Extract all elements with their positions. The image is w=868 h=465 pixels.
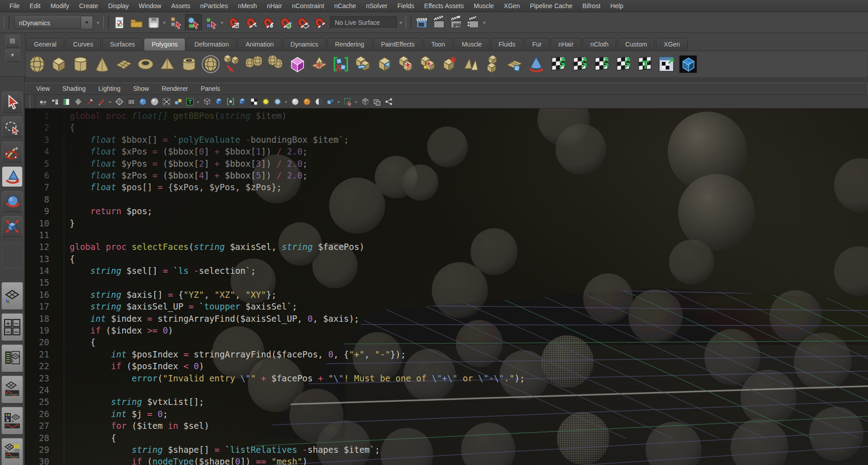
texture-view-icon[interactable] <box>225 96 236 107</box>
render-current-frame-icon[interactable] <box>431 14 447 31</box>
select-component-icon[interactable] <box>203 14 219 31</box>
poly-torus-icon[interactable] <box>135 52 156 76</box>
shelf-tab-animation[interactable]: Animation <box>238 38 281 51</box>
shelf-tab-surfaces[interactable]: Surfaces <box>102 38 142 51</box>
snap-point-icon[interactable] <box>260 14 276 31</box>
extrude-icon[interactable] <box>373 52 395 76</box>
status-grip[interactable] <box>4 16 9 29</box>
menu-help[interactable]: Help <box>605 0 628 12</box>
menu-display[interactable]: Display <box>103 0 134 12</box>
shelf-tab-polygons[interactable]: Polygons <box>144 38 185 51</box>
poly-cube-icon[interactable] <box>48 52 70 76</box>
scale-tool-icon[interactable] <box>2 216 23 237</box>
toolbar-section-collapser-icon[interactable]: ▸ <box>338 99 340 104</box>
save-scene-icon[interactable] <box>146 14 162 31</box>
poly-pyramid-icon[interactable] <box>156 52 178 76</box>
toolbar-section-collapser-icon[interactable]: ▸ <box>285 99 288 104</box>
lasso-tool-icon[interactable] <box>2 117 23 137</box>
menu-fields[interactable]: Fields <box>392 0 419 12</box>
menuset-arrow-icon[interactable]: ▼ <box>81 16 93 29</box>
shaded-display-icon[interactable] <box>213 96 224 107</box>
camera-settings-icon[interactable] <box>49 96 60 107</box>
snap-curve-icon[interactable] <box>243 14 259 31</box>
menu-ncache[interactable]: nCache <box>329 0 361 12</box>
wireframe-on-shaded-icon[interactable] <box>173 96 184 107</box>
hypershade-persp-layout[interactable] <box>1 407 23 435</box>
object-details-icon[interactable] <box>360 96 371 107</box>
automatic-mapping-icon[interactable] <box>612 52 634 76</box>
select-hierarchy-icon[interactable] <box>168 14 184 31</box>
reduce-icon[interactable] <box>308 52 330 76</box>
shelf-tab-painteffects[interactable]: PaintEffects <box>373 38 422 51</box>
multisample-icon[interactable] <box>313 96 324 107</box>
menu-pipeline-cache[interactable]: Pipeline Cache <box>525 0 577 12</box>
shelf-tab-custom[interactable]: Custom <box>618 38 655 51</box>
panel-menu-view[interactable]: View <box>30 83 56 94</box>
multi-cut-icon[interactable] <box>330 52 352 76</box>
sculpt-tool-icon[interactable] <box>525 52 547 76</box>
menu-effects-assets[interactable]: Effects Assets <box>419 0 469 12</box>
single-pane-layout[interactable] <box>1 282 23 310</box>
persp-node-graph-layout[interactable] <box>1 438 23 465</box>
all-lights-icon[interactable] <box>272 96 283 107</box>
rotate-tool-icon[interactable] <box>2 191 23 212</box>
move-tool-icon[interactable] <box>2 166 23 187</box>
spherical-mapping-icon[interactable] <box>590 52 612 76</box>
panel-menu-lighting[interactable]: Lighting <box>92 83 127 94</box>
poly-sphere-icon[interactable] <box>26 52 48 76</box>
default-material-icon[interactable] <box>202 96 212 107</box>
shelf-tab-xgen[interactable]: XGen <box>656 38 688 51</box>
shelf-tab-rendering[interactable]: Rendering <box>327 38 372 51</box>
menuset-selector[interactable]: nDynamics▼ <box>14 16 93 29</box>
select-camera-icon[interactable] <box>85 96 95 107</box>
last-tool-slot[interactable] <box>2 243 23 268</box>
four-pane-layout[interactable] <box>1 313 23 341</box>
section-collapser-icon[interactable]: ▸ <box>97 19 100 25</box>
menu-file[interactable]: File <box>5 0 25 12</box>
section-collapser-icon[interactable]: ▸ <box>483 19 486 25</box>
bookmark-icon[interactable] <box>61 96 72 107</box>
quad-draw-icon[interactable] <box>504 52 525 76</box>
status-grip[interactable] <box>406 16 411 29</box>
shelf-tab-nhair[interactable]: nHair <box>551 38 581 51</box>
menu-window[interactable]: Window <box>134 0 166 12</box>
panel-menu-show[interactable]: Show <box>127 83 156 94</box>
shelf-dropdown-button[interactable]: ▾ <box>5 49 20 62</box>
poly-cone-icon[interactable] <box>91 52 113 76</box>
merge-center-icon[interactable] <box>352 52 373 76</box>
smooth-shaded-icon[interactable] <box>149 96 160 107</box>
paint-select-tool-icon[interactable] <box>2 141 23 162</box>
shelf-tab-fur[interactable]: Fur <box>524 38 549 51</box>
isolate-select-icon[interactable] <box>342 96 353 107</box>
shelf-menu-button[interactable]: ▤ <box>5 35 20 47</box>
grease-pencil-icon[interactable] <box>96 96 107 107</box>
render-view-icon[interactable] <box>414 14 430 31</box>
menu-assets[interactable]: Assets <box>166 0 195 12</box>
menu-create[interactable]: Create <box>74 0 103 12</box>
shelf-tab-fluids[interactable]: Fluids <box>491 38 523 51</box>
append-polygon-icon[interactable] <box>482 52 504 76</box>
material-view-icon[interactable] <box>237 96 248 107</box>
menu-edit[interactable]: Edit <box>25 0 46 12</box>
shelf-tab-toon[interactable]: Toon <box>424 38 453 51</box>
default-light-icon[interactable] <box>260 96 271 107</box>
shelf-tab-deformation[interactable]: Deformation <box>187 38 236 51</box>
menu-xgen[interactable]: XGen <box>499 0 525 12</box>
node-graph-icon[interactable] <box>383 96 394 107</box>
bounding-box-icon[interactable] <box>161 96 172 107</box>
panel-menu-shading[interactable]: Shading <box>56 83 92 94</box>
duplicate-view-icon[interactable] <box>372 96 382 107</box>
shaded-icon[interactable] <box>137 96 148 107</box>
menu-nhair[interactable]: nHair <box>262 0 287 12</box>
toolbar-section-collapser-icon[interactable]: ▸ <box>109 99 112 104</box>
boolean-intersect-icon[interactable] <box>265 52 287 76</box>
wireframe-icon[interactable] <box>114 96 125 107</box>
live-surface-field[interactable]: No Live Surface <box>330 16 397 29</box>
ipr-render-icon[interactable]: IPR <box>448 14 464 31</box>
persp-graph-layout[interactable] <box>1 376 23 404</box>
menuset-field[interactable]: nDynamics <box>14 16 81 29</box>
points-display-icon[interactable] <box>126 96 137 107</box>
image-plane-icon[interactable] <box>73 96 84 107</box>
section-collapser-icon[interactable]: ▸ <box>221 19 224 25</box>
bridge-icon[interactable] <box>439 52 460 76</box>
